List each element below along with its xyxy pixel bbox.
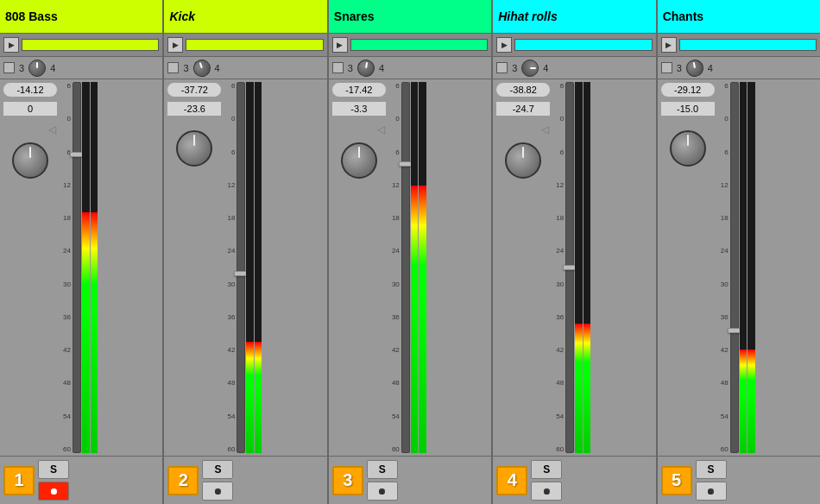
pan-knob-small-ch4[interactable] (521, 60, 539, 77)
scale-label-42: 42 (388, 346, 400, 354)
solo-button-ch5[interactable]: S (696, 460, 727, 479)
channel-number-btn-ch3[interactable]: 3 (332, 466, 363, 495)
fader-track-ch1[interactable] (73, 82, 81, 453)
scale-label-30: 30 (717, 280, 729, 288)
rec-button-ch5[interactable]: ⏺ (696, 482, 727, 501)
rec-button-ch2[interactable]: ⏺ (202, 482, 233, 501)
pan-knob-mark-ch1 (29, 147, 31, 158)
channel-ch5: Chants34-29.12-15.0606121824303642485460… (658, 0, 820, 504)
playbar-ch5 (658, 33, 820, 57)
peak-db-ch2: -37.72 (167, 82, 222, 98)
pan-knob-large-ch1[interactable] (12, 142, 48, 179)
channel-name-ch3: Snares (334, 9, 375, 23)
vals-panel-ch5: -29.12-15.0 (660, 82, 716, 453)
bottom-btns-col-ch1: S⏺ (38, 460, 69, 501)
scale-label-60: 60 (224, 445, 235, 453)
vu-fill-left-ch5 (740, 350, 747, 453)
mute-checkbox-ch5[interactable] (661, 62, 672, 73)
ctrl-row-ch2: 34 (164, 57, 326, 79)
rec-button-ch3[interactable]: ⏺ (367, 482, 398, 501)
pan-knob-large-ch4[interactable] (505, 142, 541, 179)
ctrl-row-ch3: 34 (329, 57, 491, 79)
pan-knob-large-ch5[interactable] (670, 130, 706, 167)
play-button-ch5[interactable] (661, 37, 677, 53)
channel-number-btn-ch2[interactable]: 2 (167, 466, 199, 495)
scale-label-54: 54 (224, 413, 235, 420)
vu-fill-left-ch1 (82, 212, 90, 454)
ctrl-row-ch4: 34 (493, 57, 655, 79)
bottom-area-ch4: 4S⏺ (493, 456, 655, 504)
pan-knob-large-ch3[interactable] (341, 142, 377, 179)
peak-db-ch3: -17.42 (331, 82, 387, 98)
vu-bar-right-ch3 (419, 82, 426, 453)
pan-knob-small-ch2[interactable] (191, 57, 213, 79)
pan-knob-small-ch5[interactable] (684, 58, 704, 78)
pan-knob-large-ch2[interactable] (176, 130, 212, 167)
fader-track-ch2[interactable] (237, 82, 245, 453)
channel-number-btn-ch1[interactable]: 1 (3, 466, 35, 495)
scale-label-48: 48 (388, 379, 400, 387)
channel-number-btn-ch5[interactable]: 5 (661, 466, 692, 495)
channel-number-btn-ch4[interactable]: 4 (496, 466, 527, 495)
scale-label-54: 54 (388, 413, 400, 420)
rec-button-ch1[interactable]: ⏺ (38, 482, 69, 501)
rec-button-ch4[interactable]: ⏺ (531, 482, 562, 501)
val2-ch2: -23.6 (167, 101, 222, 117)
bottom-area-ch2: 2S⏺ (164, 456, 326, 504)
scale-label-6: 6 (388, 82, 400, 90)
scale-label-42: 42 (717, 346, 729, 354)
pan-knob-mark-ch2 (193, 135, 195, 146)
scale-label-6: 6 (224, 82, 235, 90)
val2-ch1: 0 (3, 101, 58, 117)
channel-ch2: Kick34-37.72-23.66061218243036424854602S… (164, 0, 328, 504)
scale-label-48: 48 (552, 379, 564, 387)
scale-label-54: 54 (60, 413, 71, 420)
progress-bar-ch2 (186, 39, 323, 51)
channel-name-ch4: Hihat rolls (498, 9, 557, 23)
play-button-ch4[interactable] (496, 37, 512, 53)
vu-bar-right-ch4 (583, 82, 591, 453)
ctrl-num-3-ch2: 3 (183, 63, 188, 73)
play-button-ch2[interactable] (167, 37, 183, 53)
bottom-area-ch1: 1S⏺ (0, 456, 162, 504)
scale-label-36: 36 (224, 313, 235, 321)
vu-bar-left-ch1 (82, 82, 90, 453)
channel-name-ch5: Chants (663, 9, 703, 23)
solo-button-ch1[interactable]: S (38, 460, 69, 479)
scale-label-24: 24 (224, 247, 235, 255)
playbar-ch4 (493, 33, 655, 57)
solo-button-ch4[interactable]: S (531, 460, 562, 479)
playbar-ch2 (164, 33, 326, 57)
bottom-controls-ch5: 5S⏺ (661, 460, 817, 501)
vu-fill-right-ch1 (91, 212, 98, 454)
mute-checkbox-ch4[interactable] (496, 62, 508, 73)
mute-checkbox-ch2[interactable] (167, 62, 179, 73)
scale-label-18: 18 (60, 214, 71, 222)
solo-button-ch2[interactable]: S (202, 460, 233, 479)
scale-label-12: 12 (224, 181, 235, 189)
bottom-btns-col-ch3: S⏺ (367, 460, 398, 501)
solo-button-ch3[interactable]: S (367, 460, 398, 479)
channel-header-ch4: Hihat rolls (493, 0, 655, 33)
fader-track-ch4[interactable] (565, 82, 574, 453)
vu-bar-right-ch2 (255, 82, 262, 453)
pan-knob-small-ch3[interactable] (356, 58, 375, 78)
scale-label-0: 0 (60, 115, 71, 123)
scale-label-0: 0 (388, 115, 400, 123)
mute-checkbox-ch3[interactable] (332, 62, 344, 73)
fader-track-ch3[interactable] (401, 82, 410, 453)
fader-area-ch3: 606121824303642485460 (388, 82, 489, 453)
ctrl-row-ch5: 34 (658, 57, 820, 79)
scale-label-18: 18 (388, 214, 400, 222)
channel-header-ch1: 808 Bass (0, 0, 162, 33)
bottom-controls-ch3: 3S⏺ (332, 460, 488, 501)
scale-label-60: 60 (717, 445, 729, 453)
pan-knob-small-ch1[interactable] (28, 60, 46, 77)
vu-meters-ch4 (575, 82, 590, 453)
mute-checkbox-ch1[interactable] (3, 62, 15, 73)
play-button-ch3[interactable] (332, 37, 348, 53)
play-button-ch1[interactable] (3, 37, 19, 53)
scale-label-48: 48 (60, 379, 71, 387)
fader-track-ch5[interactable] (730, 82, 739, 453)
vals-panel-ch4: -38.82-24.7◁ (495, 82, 551, 453)
